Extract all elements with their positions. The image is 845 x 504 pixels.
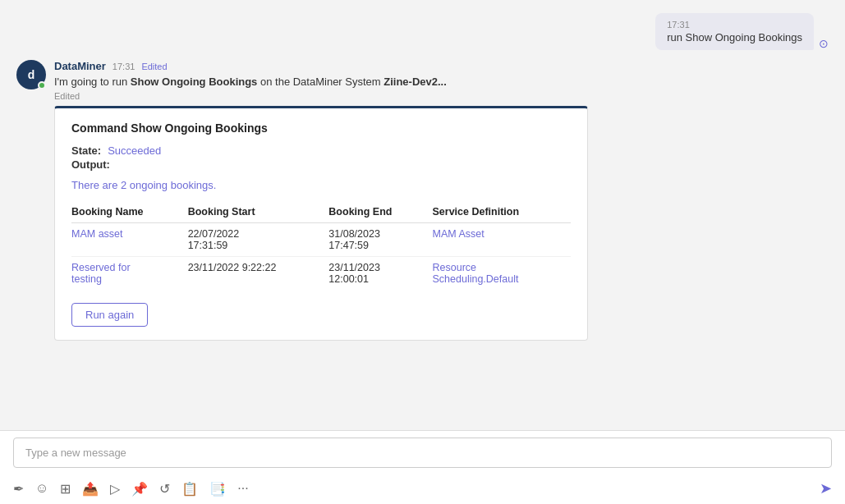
user-bubble-text: run Show Ongoing Bookings <box>667 31 802 44</box>
bot-content: DataMiner 17:31 Edited I'm going to run … <box>54 60 641 341</box>
command-bold: Show Ongoing Bookings <box>131 76 258 88</box>
state-value: Succeeded <box>108 144 161 157</box>
booking-end-1: 23/11/202312:00:01 <box>328 257 432 291</box>
format-icon[interactable]: ✒ <box>13 481 24 497</box>
user-bubble-container: 17:31 run Show Ongoing Bookings ⊙ <box>16 13 829 50</box>
sticker-icon[interactable]: 📤 <box>82 481 99 497</box>
user-bubble: 17:31 run Show Ongoing Bookings <box>655 13 814 50</box>
col-header-name: Booking Name <box>71 201 188 223</box>
booking-start-0: 22/07/202217:31:59 <box>188 223 329 257</box>
run-again-button[interactable]: Run again <box>71 303 148 327</box>
table-row: MAM asset 22/07/202217:31:59 31/08/20231… <box>71 223 571 257</box>
avatar: d <box>16 60 46 89</box>
edited-label: Edited <box>141 62 167 71</box>
booking-service-1: ResourceScheduling.Default <box>433 257 572 291</box>
col-header-service: Service Definition <box>433 201 572 223</box>
pin-icon[interactable]: 📌 <box>131 481 148 497</box>
message-input[interactable]: Type a new message <box>13 438 832 468</box>
input-area: Type a new message ✒ ☺ ⊞ 📤 ▷ 📌 ↺ 📋 📑 ···… <box>0 430 845 504</box>
card-title: Command Show Ongoing Bookings <box>71 121 571 135</box>
copy-icon[interactable]: 📑 <box>209 481 226 497</box>
emoji-icon[interactable]: ☺ <box>35 481 48 496</box>
bot-name: DataMiner <box>54 60 106 72</box>
system-bold: Ziine-Dev2... <box>383 76 447 88</box>
booking-end-0: 31/08/202317:47:59 <box>328 223 432 257</box>
toolbar: ✒ ☺ ⊞ 📤 ▷ 📌 ↺ 📋 📑 ··· ➤ <box>13 474 832 504</box>
intro-mid: on the DataMiner System <box>257 76 383 88</box>
gif-icon[interactable]: ⊞ <box>60 481 71 497</box>
table-row: Reserved fortesting 23/11/2022 9:22:22 2… <box>71 257 571 291</box>
booking-name-0: MAM asset <box>71 223 188 257</box>
status-dot <box>38 81 46 89</box>
output-label: Output: <box>71 158 571 171</box>
col-header-end: Booking End <box>328 201 432 223</box>
booking-start-1: 23/11/2022 9:22:22 <box>188 257 329 291</box>
clipboard-icon[interactable]: 📋 <box>181 481 198 497</box>
result-card: Command Show Ongoing Bookings State: Suc… <box>54 106 588 341</box>
more-icon[interactable]: ··· <box>237 481 248 496</box>
state-row: State: Succeeded <box>71 144 571 157</box>
check-icon: ⊙ <box>819 37 829 50</box>
bookings-table: Booking Name Booking Start Booking End S… <box>71 201 571 290</box>
user-bubble-time: 17:31 <box>667 20 802 30</box>
chat-area: 17:31 run Show Ongoing Bookings ⊙ d Data… <box>0 0 845 430</box>
like-icon[interactable]: ▷ <box>110 481 120 497</box>
loop-icon[interactable]: ↺ <box>159 481 170 497</box>
booking-name-1: Reserved fortesting <box>71 257 188 291</box>
bot-message: d DataMiner 17:31 Edited I'm going to ru… <box>16 60 641 341</box>
summary-text: There are 2 ongoing bookings. <box>71 179 571 191</box>
state-label: State: <box>71 144 101 157</box>
col-header-start: Booking Start <box>188 201 329 223</box>
edited-small: Edited <box>54 91 641 101</box>
bot-meta: DataMiner 17:31 Edited <box>54 60 641 72</box>
bot-intro-text: I'm going to run Show Ongoing Bookings o… <box>54 76 641 88</box>
bot-time: 17:31 <box>113 62 135 71</box>
intro-prefix: I'm going to run <box>54 76 131 88</box>
send-button[interactable]: ➤ <box>820 479 832 497</box>
booking-service-0: MAM Asset <box>433 223 572 257</box>
